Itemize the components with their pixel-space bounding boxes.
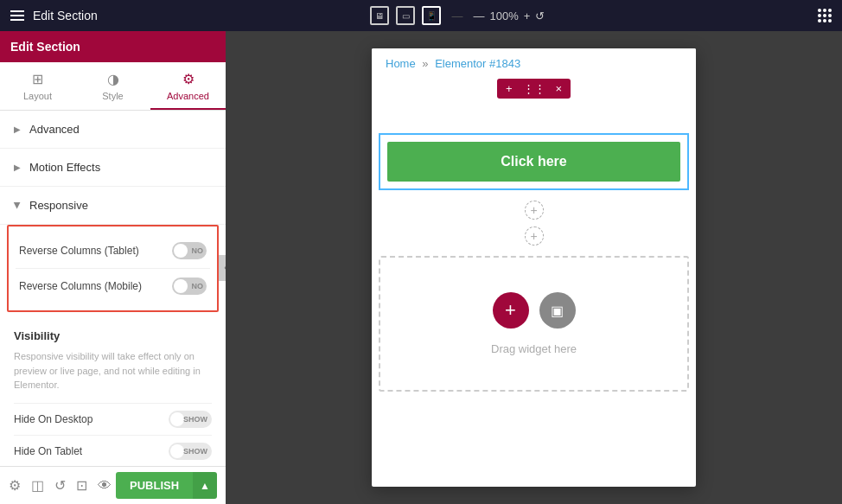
mobile-icon[interactable]: 📱 bbox=[422, 6, 441, 25]
advanced-icon: ⚙ bbox=[182, 71, 195, 87]
add-row-1: + bbox=[372, 197, 696, 223]
visibility-section: Visibility Responsive visibility will ta… bbox=[0, 319, 226, 466]
responsive-icon[interactable]: ⊡ bbox=[76, 477, 87, 494]
hide-tablet-row: Hide On Tablet SHOW bbox=[14, 435, 212, 467]
arrow-icon: ▶ bbox=[14, 163, 21, 172]
responsive-label: Responsive bbox=[29, 199, 88, 212]
breadcrumb-page: Elementor #1843 bbox=[435, 57, 520, 70]
advanced-section-label: Advanced bbox=[29, 123, 80, 136]
top-bar: Edit Section 🖥 ▭ 📱 — — 100% + ↺ bbox=[0, 0, 842, 31]
history-icon[interactable]: ↺ bbox=[54, 477, 66, 494]
drag-widget-area: + ▣ Drag widget here bbox=[379, 256, 689, 392]
tab-style-label: Style bbox=[102, 91, 123, 101]
show-label-desktop: SHOW bbox=[183, 415, 207, 424]
undo-icon[interactable]: ↺ bbox=[535, 10, 545, 22]
section-item-motion-effects[interactable]: ▶ Motion Effects bbox=[0, 149, 226, 187]
panel-content: ▶ Advanced ▶ Motion Effects ▶ Responsive… bbox=[0, 111, 226, 466]
toggle-knob-desktop bbox=[170, 412, 184, 426]
top-bar-left: Edit Section bbox=[10, 9, 98, 22]
zoom-in-icon[interactable]: + bbox=[524, 10, 531, 22]
visibility-desc: Responsive visibility will take effect o… bbox=[14, 349, 212, 392]
tab-advanced-label: Advanced bbox=[167, 91, 209, 101]
arrow-expanded-icon: ▶ bbox=[13, 202, 22, 209]
tab-layout-label: Layout bbox=[23, 91, 52, 101]
add-section-icon[interactable]: + bbox=[502, 80, 516, 97]
hide-tablet-toggle[interactable]: SHOW bbox=[169, 443, 212, 460]
close-section-icon[interactable]: × bbox=[552, 80, 566, 97]
style-icon: ◑ bbox=[107, 71, 119, 87]
tablet-icon[interactable]: ▭ bbox=[396, 6, 415, 25]
add-circle-1[interactable]: + bbox=[525, 201, 544, 220]
reverse-columns-tablet-toggle[interactable]: NO bbox=[172, 242, 207, 259]
top-bar-right bbox=[818, 9, 832, 22]
reverse-columns-mobile-toggle[interactable]: NO bbox=[172, 278, 207, 295]
click-here-section: Click here bbox=[379, 133, 689, 190]
left-panel: Edit Section ⊞ Layout ◑ Style ⚙ Advanced… bbox=[0, 31, 226, 504]
drag-icons: + ▣ bbox=[493, 292, 576, 329]
preview-icon[interactable]: 👁 bbox=[98, 478, 112, 494]
hide-desktop-label: Hide On Desktop bbox=[14, 413, 92, 425]
add-row-2: + bbox=[372, 223, 696, 249]
move-section-icon[interactable]: ⋮⋮ bbox=[520, 80, 549, 97]
responsive-content: Reverse Columns (Tablet) NO Reverse Colu… bbox=[7, 225, 219, 312]
reverse-columns-tablet-row: Reverse Columns (Tablet) NO bbox=[16, 233, 210, 268]
arrow-icon: ▶ bbox=[14, 124, 21, 134]
widget-icon: ▣ bbox=[539, 292, 576, 329]
main-layout: Edit Section ⊞ Layout ◑ Style ⚙ Advanced… bbox=[0, 31, 842, 504]
add-widget-icon[interactable]: + bbox=[493, 292, 529, 329]
breadcrumb-home[interactable]: Home bbox=[386, 57, 416, 70]
breadcrumb: Home » Elementor #1843 bbox=[372, 48, 696, 79]
apps-icon[interactable] bbox=[818, 9, 832, 22]
section-wrapper: + ⋮⋮ × Click here + + bbox=[372, 79, 696, 392]
desktop-icon[interactable]: 🖥 bbox=[370, 6, 389, 25]
canvas-area: Home » Elementor #1843 + ⋮⋮ × bbox=[226, 31, 842, 504]
panel-tabs: ⊞ Layout ◑ Style ⚙ Advanced bbox=[0, 62, 226, 111]
collapse-panel-icon[interactable]: ‹ bbox=[219, 255, 226, 281]
publish-group: PUBLISH ▲ bbox=[116, 472, 217, 499]
tab-layout[interactable]: ⊞ Layout bbox=[0, 62, 75, 110]
toggle-knob-mobile bbox=[174, 279, 188, 293]
section-toolbar: + ⋮⋮ × bbox=[497, 79, 571, 99]
show-label-tablet: SHOW bbox=[183, 447, 207, 456]
top-bar-center: 🖥 ▭ 📱 — — 100% + ↺ bbox=[370, 6, 545, 25]
hamburger-menu[interactable] bbox=[10, 10, 24, 21]
canvas-scroll[interactable]: Home » Elementor #1843 + ⋮⋮ × bbox=[226, 31, 842, 504]
click-here-button[interactable]: Click here bbox=[387, 142, 680, 182]
reverse-columns-mobile-row: Reverse Columns (Mobile) NO bbox=[16, 268, 210, 303]
layers-icon[interactable]: ◫ bbox=[31, 477, 44, 494]
top-bar-title: Edit Section bbox=[33, 9, 98, 22]
publish-button[interactable]: PUBLISH bbox=[116, 472, 193, 499]
panel-title: Edit Section bbox=[10, 40, 80, 54]
page-preview: Home » Elementor #1843 + ⋮⋮ × bbox=[372, 48, 696, 487]
hide-desktop-row: Hide On Desktop SHOW bbox=[14, 403, 212, 435]
zoom-out-icon[interactable]: — bbox=[473, 10, 484, 22]
settings-icon[interactable]: ⚙ bbox=[9, 477, 21, 494]
toggle-knob bbox=[174, 244, 188, 258]
hide-desktop-toggle[interactable]: SHOW bbox=[169, 411, 212, 428]
toggle-knob-tablet bbox=[170, 444, 184, 458]
reverse-columns-mobile-label: Reverse Columns (Mobile) bbox=[19, 280, 142, 292]
breadcrumb-separator: » bbox=[422, 57, 428, 70]
zoom-level: 100% bbox=[489, 10, 518, 22]
publish-dropdown[interactable]: ▲ bbox=[193, 472, 217, 499]
section-item-responsive[interactable]: ▶ Responsive bbox=[0, 187, 226, 225]
hide-tablet-label: Hide On Tablet bbox=[14, 445, 82, 457]
panel-header: Edit Section bbox=[0, 31, 226, 62]
toggle-label-no-mobile: NO bbox=[192, 282, 204, 290]
section-item-advanced[interactable]: ▶ Advanced bbox=[0, 111, 226, 149]
layout-icon: ⊞ bbox=[32, 71, 43, 87]
bottom-bar: ⚙ ◫ ↺ ⊡ 👁 PUBLISH ▲ bbox=[0, 466, 226, 504]
visibility-title: Visibility bbox=[14, 329, 212, 342]
reverse-columns-tablet-label: Reverse Columns (Tablet) bbox=[19, 245, 139, 257]
toggle-label-no: NO bbox=[192, 246, 204, 255]
motion-effects-label: Motion Effects bbox=[29, 161, 100, 174]
zoom-controls: — 100% + ↺ bbox=[473, 10, 545, 22]
tab-style[interactable]: ◑ Style bbox=[75, 62, 150, 110]
bottom-icons: ⚙ ◫ ↺ ⊡ 👁 bbox=[9, 477, 112, 494]
tab-advanced[interactable]: ⚙ Advanced bbox=[150, 62, 226, 110]
add-circle-2[interactable]: + bbox=[525, 226, 544, 246]
drag-text: Drag widget here bbox=[491, 342, 577, 355]
